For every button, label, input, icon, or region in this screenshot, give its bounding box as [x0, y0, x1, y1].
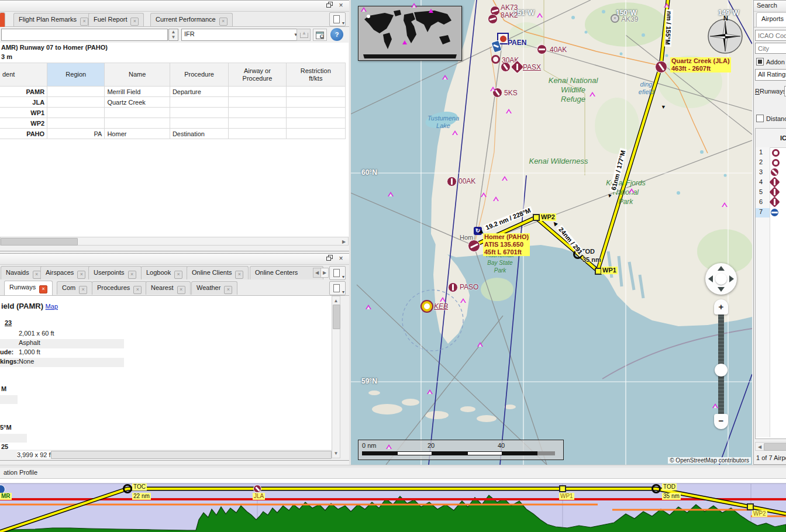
help-button[interactable]: ? — [330, 28, 343, 41]
airport-icon-ak39[interactable]: × — [611, 14, 619, 23]
airport-label-00ak[interactable]: 00AK — [458, 177, 475, 185]
col-procedure[interactable]: Procedure — [170, 63, 228, 87]
airport-label-ak39[interactable]: AK39 — [621, 15, 638, 23]
tab-close-icon[interactable]: × — [235, 271, 243, 279]
information-dock-titlebar[interactable]: × — [0, 254, 349, 265]
airport-icon-paso[interactable] — [448, 282, 458, 292]
tab-online-clients[interactable]: Online Clients× — [187, 266, 249, 279]
airport-label-paen[interactable]: PAEN — [508, 39, 526, 47]
close-window-button[interactable]: × — [336, 2, 346, 10]
plan-row-pamr[interactable]: PAMR Merrill FieldDeparture — [0, 87, 346, 97]
float-window-button[interactable] — [325, 255, 334, 263]
airport-label-ak73[interactable]: AK73 — [501, 4, 518, 12]
tab-userpoints[interactable]: Userpoints× — [88, 266, 142, 279]
tab-flight-plan-partial[interactable] — [0, 12, 5, 27]
zoom-slider[interactable]: + − — [714, 299, 728, 429]
runways-menu-button[interactable] — [329, 281, 346, 295]
tab-procedures[interactable]: Procedures× — [92, 281, 147, 295]
airport-icon-closed[interactable] — [501, 62, 511, 72]
tab-airports-search[interactable]: Airports× — [756, 12, 786, 27]
info-hscroll2[interactable] — [16, 451, 332, 458]
pan-center-knob[interactable] — [715, 273, 727, 285]
profile-jla-icon[interactable] — [253, 485, 261, 493]
icao-code-input[interactable] — [755, 30, 786, 41]
result-row selected[interactable]: 7 — [756, 208, 786, 218]
tab-scroll-right-icon[interactable]: ▶ — [320, 268, 329, 278]
col-ident[interactable]: dent — [0, 63, 47, 87]
addon-checkbox[interactable]: Addon — [756, 58, 785, 65]
flight-plan-dock-titlebar[interactable]: × — [0, 1, 349, 12]
results-header[interactable]: ICAO — [756, 129, 786, 148]
label-quartz-creek[interactable]: Quartz Creek (JLA) 463ft - 2607ft — [670, 57, 731, 72]
tab-scroll-left-icon[interactable]: ◀ — [313, 268, 321, 278]
pan-down-icon[interactable] — [718, 287, 725, 292]
airport-icon-paho[interactable] — [468, 240, 480, 252]
zoom-out-button[interactable]: − — [714, 414, 728, 429]
info-menu-button[interactable] — [329, 266, 346, 280]
tab-close-icon[interactable]: × — [33, 271, 41, 279]
airport-icon-paen[interactable] — [499, 35, 507, 43]
tab-close-icon[interactable]: × — [39, 285, 47, 293]
tab-close-icon[interactable]: × — [133, 286, 142, 294]
city-input[interactable] — [755, 43, 786, 54]
airport-icon-30ak[interactable] — [491, 55, 500, 64]
waypoint-icon-wp2[interactable] — [533, 214, 540, 221]
pan-right-icon[interactable] — [729, 275, 734, 282]
import-button[interactable]: ▲ — [297, 29, 311, 41]
altitude-spinner[interactable]: ▲ ▼ — [168, 29, 178, 41]
pan-up-icon[interactable] — [718, 266, 725, 271]
tab-fuel-report[interactable]: Fuel Report× — [88, 13, 144, 26]
float-window-button[interactable] — [325, 2, 334, 10]
runway-info-content[interactable]: ield (PAMR) Map 23 2,001 x 60 ft Asphalt… — [0, 296, 340, 450]
tab-close-icon[interactable]: × — [79, 286, 87, 294]
plan-row-wp2[interactable]: WP2 — [0, 118, 346, 129]
profile-toc-icon[interactable] — [123, 484, 132, 493]
scroll-left-icon[interactable]: ◀ — [756, 443, 763, 451]
zoom-handle[interactable] — [715, 364, 728, 376]
tab-close-icon[interactable]: × — [177, 286, 185, 294]
overview-map-inset[interactable] — [358, 6, 462, 61]
airport-label-5ks[interactable]: 5KS — [504, 89, 518, 97]
airport-label-paso[interactable]: PASO — [460, 283, 478, 291]
profile-wp1-icon[interactable] — [559, 485, 566, 492]
plan-row-jla[interactable]: JLA Quartz Creek — [0, 97, 346, 108]
tab-navaids[interactable]: Navaids× — [1, 266, 46, 279]
tab-close-icon[interactable]: × — [224, 286, 232, 294]
label-wp2[interactable]: WP2 — [540, 213, 556, 221]
checkbox-icon[interactable] — [756, 58, 764, 65]
airport-icon-8ak2[interactable] — [488, 14, 498, 24]
map-canvas[interactable]: 60°N 59°N 151°W 150°W 149°W Kenai Nation… — [351, 0, 752, 465]
tab-com[interactable]: Com× — [57, 281, 92, 295]
zoom-in-button[interactable]: + — [714, 299, 728, 315]
splitter-vertical[interactable] — [349, 0, 351, 465]
tab-close-icon[interactable]: × — [77, 271, 85, 279]
col-region[interactable]: Region — [47, 63, 105, 87]
col-restriction[interactable]: Restriction ft/kts — [286, 63, 345, 87]
airport-label-40ak[interactable]: 40AK — [550, 46, 567, 54]
search-hscroll[interactable]: ◀ — [755, 442, 786, 451]
col-airway[interactable]: Airway or Procedure — [229, 63, 286, 87]
pan-control[interactable] — [705, 263, 737, 295]
tab-close-icon[interactable]: × — [219, 18, 227, 26]
map-link[interactable]: Map — [46, 303, 58, 310]
icao-column-header[interactable]: ICAO — [780, 134, 786, 141]
airport-icon-jla[interactable] — [655, 61, 667, 73]
profile-tod-icon[interactable] — [651, 484, 661, 493]
tab-current-performance[interactable]: Current Performance× — [150, 13, 233, 26]
navaid-label-keb[interactable]: KEB — [434, 302, 448, 310]
pan-left-icon[interactable] — [708, 275, 713, 282]
profile-wp2-icon[interactable] — [747, 503, 754, 510]
performance-button[interactable]: ✱ — [313, 29, 327, 41]
flight-plan-menu-button[interactable] — [329, 12, 346, 26]
tab-close-icon[interactable]: × — [128, 271, 136, 279]
tab-weather[interactable]: Weather× — [191, 281, 237, 295]
airport-icon-00ak[interactable] — [447, 177, 457, 186]
col-name[interactable]: Name — [105, 63, 170, 87]
spin-down-icon[interactable]: ▼ — [169, 35, 178, 40]
tab-close-icon[interactable]: × — [130, 18, 139, 26]
tab-nearest[interactable]: Nearest× — [146, 281, 191, 295]
scroll-right-icon[interactable]: ▶ — [340, 238, 347, 246]
close-window-button[interactable]: × — [336, 255, 346, 263]
plan-row-paho[interactable]: PAHOPA HomerDestination — [0, 129, 346, 139]
airport-icon-40ak[interactable] — [537, 44, 547, 54]
